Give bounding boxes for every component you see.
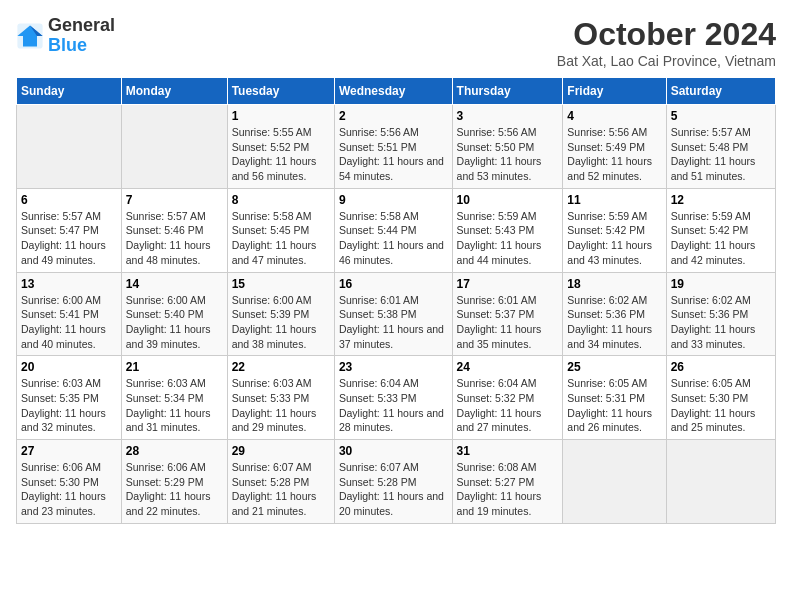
- day-cell: 6Sunrise: 5:57 AM Sunset: 5:47 PM Daylig…: [17, 188, 122, 272]
- logo-icon: [16, 22, 44, 50]
- day-number: 27: [21, 444, 117, 458]
- day-cell: 3Sunrise: 5:56 AM Sunset: 5:50 PM Daylig…: [452, 105, 563, 189]
- day-number: 12: [671, 193, 771, 207]
- day-info: Sunrise: 5:59 AM Sunset: 5:42 PM Dayligh…: [671, 209, 771, 268]
- day-number: 29: [232, 444, 330, 458]
- day-cell: 19Sunrise: 6:02 AM Sunset: 5:36 PM Dayli…: [666, 272, 775, 356]
- day-info: Sunrise: 6:05 AM Sunset: 5:30 PM Dayligh…: [671, 376, 771, 435]
- day-number: 13: [21, 277, 117, 291]
- day-header-sunday: Sunday: [17, 78, 122, 105]
- day-info: Sunrise: 6:02 AM Sunset: 5:36 PM Dayligh…: [567, 293, 661, 352]
- day-cell: 23Sunrise: 6:04 AM Sunset: 5:33 PM Dayli…: [334, 356, 452, 440]
- day-cell: 27Sunrise: 6:06 AM Sunset: 5:30 PM Dayli…: [17, 440, 122, 524]
- day-info: Sunrise: 6:05 AM Sunset: 5:31 PM Dayligh…: [567, 376, 661, 435]
- day-number: 8: [232, 193, 330, 207]
- calendar-table: SundayMondayTuesdayWednesdayThursdayFrid…: [16, 77, 776, 524]
- day-info: Sunrise: 5:56 AM Sunset: 5:49 PM Dayligh…: [567, 125, 661, 184]
- day-cell: 10Sunrise: 5:59 AM Sunset: 5:43 PM Dayli…: [452, 188, 563, 272]
- day-cell: [563, 440, 666, 524]
- day-info: Sunrise: 5:57 AM Sunset: 5:47 PM Dayligh…: [21, 209, 117, 268]
- day-cell: [17, 105, 122, 189]
- day-number: 19: [671, 277, 771, 291]
- day-info: Sunrise: 6:08 AM Sunset: 5:27 PM Dayligh…: [457, 460, 559, 519]
- location: Bat Xat, Lao Cai Province, Vietnam: [557, 53, 776, 69]
- day-number: 11: [567, 193, 661, 207]
- day-info: Sunrise: 6:00 AM Sunset: 5:40 PM Dayligh…: [126, 293, 223, 352]
- day-info: Sunrise: 6:01 AM Sunset: 5:38 PM Dayligh…: [339, 293, 448, 352]
- day-cell: 22Sunrise: 6:03 AM Sunset: 5:33 PM Dayli…: [227, 356, 334, 440]
- day-cell: 13Sunrise: 6:00 AM Sunset: 5:41 PM Dayli…: [17, 272, 122, 356]
- day-header-saturday: Saturday: [666, 78, 775, 105]
- day-number: 31: [457, 444, 559, 458]
- day-cell: [121, 105, 227, 189]
- day-cell: 20Sunrise: 6:03 AM Sunset: 5:35 PM Dayli…: [17, 356, 122, 440]
- day-cell: 2Sunrise: 5:56 AM Sunset: 5:51 PM Daylig…: [334, 105, 452, 189]
- day-info: Sunrise: 6:04 AM Sunset: 5:32 PM Dayligh…: [457, 376, 559, 435]
- day-number: 24: [457, 360, 559, 374]
- day-header-tuesday: Tuesday: [227, 78, 334, 105]
- day-cell: 8Sunrise: 5:58 AM Sunset: 5:45 PM Daylig…: [227, 188, 334, 272]
- day-info: Sunrise: 6:07 AM Sunset: 5:28 PM Dayligh…: [232, 460, 330, 519]
- logo-text: General Blue: [48, 16, 115, 56]
- day-number: 15: [232, 277, 330, 291]
- day-number: 6: [21, 193, 117, 207]
- day-header-friday: Friday: [563, 78, 666, 105]
- day-header-thursday: Thursday: [452, 78, 563, 105]
- day-info: Sunrise: 5:58 AM Sunset: 5:45 PM Dayligh…: [232, 209, 330, 268]
- day-number: 16: [339, 277, 448, 291]
- day-number: 2: [339, 109, 448, 123]
- day-info: Sunrise: 5:59 AM Sunset: 5:43 PM Dayligh…: [457, 209, 559, 268]
- day-number: 14: [126, 277, 223, 291]
- day-info: Sunrise: 5:59 AM Sunset: 5:42 PM Dayligh…: [567, 209, 661, 268]
- header-row: SundayMondayTuesdayWednesdayThursdayFrid…: [17, 78, 776, 105]
- logo: General Blue: [16, 16, 115, 56]
- week-row: 20Sunrise: 6:03 AM Sunset: 5:35 PM Dayli…: [17, 356, 776, 440]
- day-cell: 25Sunrise: 6:05 AM Sunset: 5:31 PM Dayli…: [563, 356, 666, 440]
- day-info: Sunrise: 5:57 AM Sunset: 5:46 PM Dayligh…: [126, 209, 223, 268]
- day-info: Sunrise: 6:03 AM Sunset: 5:33 PM Dayligh…: [232, 376, 330, 435]
- day-number: 4: [567, 109, 661, 123]
- day-cell: 30Sunrise: 6:07 AM Sunset: 5:28 PM Dayli…: [334, 440, 452, 524]
- day-info: Sunrise: 6:04 AM Sunset: 5:33 PM Dayligh…: [339, 376, 448, 435]
- day-cell: 9Sunrise: 5:58 AM Sunset: 5:44 PM Daylig…: [334, 188, 452, 272]
- day-cell: 24Sunrise: 6:04 AM Sunset: 5:32 PM Dayli…: [452, 356, 563, 440]
- day-cell: 16Sunrise: 6:01 AM Sunset: 5:38 PM Dayli…: [334, 272, 452, 356]
- day-number: 1: [232, 109, 330, 123]
- day-cell: 18Sunrise: 6:02 AM Sunset: 5:36 PM Dayli…: [563, 272, 666, 356]
- month-title: October 2024: [557, 16, 776, 53]
- day-number: 30: [339, 444, 448, 458]
- day-info: Sunrise: 5:55 AM Sunset: 5:52 PM Dayligh…: [232, 125, 330, 184]
- day-info: Sunrise: 5:57 AM Sunset: 5:48 PM Dayligh…: [671, 125, 771, 184]
- day-number: 25: [567, 360, 661, 374]
- day-info: Sunrise: 6:06 AM Sunset: 5:30 PM Dayligh…: [21, 460, 117, 519]
- day-number: 26: [671, 360, 771, 374]
- week-row: 6Sunrise: 5:57 AM Sunset: 5:47 PM Daylig…: [17, 188, 776, 272]
- day-number: 28: [126, 444, 223, 458]
- day-info: Sunrise: 6:02 AM Sunset: 5:36 PM Dayligh…: [671, 293, 771, 352]
- day-number: 18: [567, 277, 661, 291]
- day-number: 9: [339, 193, 448, 207]
- day-info: Sunrise: 6:00 AM Sunset: 5:41 PM Dayligh…: [21, 293, 117, 352]
- day-info: Sunrise: 6:07 AM Sunset: 5:28 PM Dayligh…: [339, 460, 448, 519]
- day-cell: 12Sunrise: 5:59 AM Sunset: 5:42 PM Dayli…: [666, 188, 775, 272]
- title-block: October 2024 Bat Xat, Lao Cai Province, …: [557, 16, 776, 69]
- day-info: Sunrise: 6:00 AM Sunset: 5:39 PM Dayligh…: [232, 293, 330, 352]
- day-cell: 14Sunrise: 6:00 AM Sunset: 5:40 PM Dayli…: [121, 272, 227, 356]
- day-info: Sunrise: 6:06 AM Sunset: 5:29 PM Dayligh…: [126, 460, 223, 519]
- day-info: Sunrise: 6:03 AM Sunset: 5:34 PM Dayligh…: [126, 376, 223, 435]
- day-info: Sunrise: 5:56 AM Sunset: 5:50 PM Dayligh…: [457, 125, 559, 184]
- day-cell: [666, 440, 775, 524]
- day-cell: 31Sunrise: 6:08 AM Sunset: 5:27 PM Dayli…: [452, 440, 563, 524]
- day-number: 10: [457, 193, 559, 207]
- day-cell: 28Sunrise: 6:06 AM Sunset: 5:29 PM Dayli…: [121, 440, 227, 524]
- day-cell: 21Sunrise: 6:03 AM Sunset: 5:34 PM Dayli…: [121, 356, 227, 440]
- day-number: 7: [126, 193, 223, 207]
- day-cell: 4Sunrise: 5:56 AM Sunset: 5:49 PM Daylig…: [563, 105, 666, 189]
- day-cell: 29Sunrise: 6:07 AM Sunset: 5:28 PM Dayli…: [227, 440, 334, 524]
- day-number: 23: [339, 360, 448, 374]
- day-number: 17: [457, 277, 559, 291]
- week-row: 13Sunrise: 6:00 AM Sunset: 5:41 PM Dayli…: [17, 272, 776, 356]
- day-number: 21: [126, 360, 223, 374]
- day-cell: 15Sunrise: 6:00 AM Sunset: 5:39 PM Dayli…: [227, 272, 334, 356]
- day-number: 3: [457, 109, 559, 123]
